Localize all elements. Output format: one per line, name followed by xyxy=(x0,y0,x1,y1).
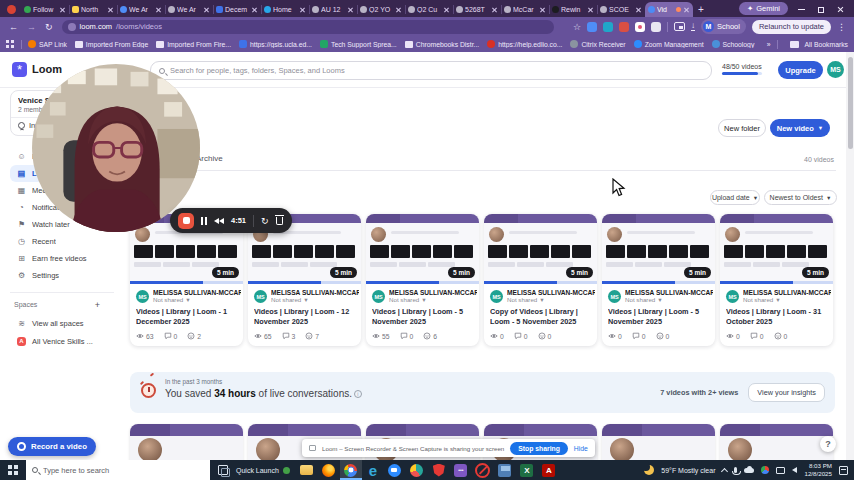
blocked-app-icon[interactable] xyxy=(472,460,494,480)
browser-tab[interactable]: AU 12 xyxy=(309,2,357,17)
video-title[interactable]: Videos | Library | Loom - 31 October 202… xyxy=(726,307,827,327)
relaunch-to-update-button[interactable]: Relaunch to update xyxy=(752,20,831,34)
video-card[interactable]: 5 min MS MELISSA SULLIVAN-MCCART Not sha… xyxy=(720,214,833,346)
browser-tab[interactable]: SCOE xyxy=(597,2,645,17)
minimize-icon[interactable] xyxy=(798,9,805,10)
tab-close-icon[interactable] xyxy=(203,6,210,13)
start-button[interactable] xyxy=(0,460,26,480)
tab-close-icon[interactable] xyxy=(395,6,402,13)
browser-tab[interactable]: Q2 YO xyxy=(357,2,405,17)
help-button[interactable]: ? xyxy=(820,436,836,452)
tab-close-icon[interactable] xyxy=(347,6,354,13)
info-icon[interactable]: i xyxy=(354,390,362,398)
share-status-dropdown[interactable]: Not shared▼ xyxy=(507,296,595,303)
bookmark-item[interactable]: Imported From Edge xyxy=(75,41,148,48)
quick-launch-app-icon[interactable] xyxy=(283,467,290,474)
bookmarks-overflow-icon[interactable]: » xyxy=(767,41,771,48)
tab-close-icon[interactable] xyxy=(299,6,306,13)
sort-by-dropdown[interactable]: Upload date▼ xyxy=(710,190,760,205)
video-thumbnail[interactable]: 5 min xyxy=(602,214,715,284)
task-view-icon[interactable] xyxy=(218,465,228,475)
webcam-bubble[interactable] xyxy=(32,64,200,232)
video-thumbnail[interactable]: 5 min xyxy=(484,214,597,284)
browser-tab[interactable]: We Ar xyxy=(117,2,165,17)
video-card[interactable]: 5 min MS MELISSA SULLIVAN-MCCART Not sha… xyxy=(130,214,243,346)
space-item[interactable]: A All Venice Skills ... xyxy=(10,333,128,349)
microphone-icon[interactable] xyxy=(734,467,737,473)
pinned-tab-favicon[interactable] xyxy=(7,5,16,14)
forward-icon[interactable]: → xyxy=(27,22,36,32)
new-folder-button[interactable]: New folder xyxy=(718,119,766,137)
taskbar-search-input[interactable] xyxy=(43,466,204,475)
sidebar-item[interactable]: ⚙ Settings xyxy=(10,267,122,284)
page-scrollbar[interactable] xyxy=(846,52,854,460)
bookmark-item[interactable]: Chromebooks Distr... xyxy=(405,41,479,48)
gemini-button[interactable]: ✦ Gemini xyxy=(739,2,788,15)
rewind-icon[interactable] xyxy=(214,218,224,224)
share-status-dropdown[interactable]: Not shared▼ xyxy=(153,296,241,303)
browser-tab[interactable]: McCar xyxy=(501,2,549,17)
clipboard-extension-icon[interactable] xyxy=(651,22,661,32)
trash-icon[interactable] xyxy=(276,217,283,225)
browser-tab[interactable]: We Ar xyxy=(165,2,213,17)
site-info-icon[interactable] xyxy=(68,23,76,31)
video-title[interactable]: Videos | Library | Loom - 12 November 20… xyxy=(254,307,355,327)
firefox-icon[interactable] xyxy=(318,460,340,480)
dot-extension-icon[interactable] xyxy=(635,22,645,32)
share-status-dropdown[interactable]: Not shared▼ xyxy=(743,296,831,303)
search-bar[interactable] xyxy=(150,61,712,80)
bookmark-item[interactable]: Citrix Receiver xyxy=(570,40,625,48)
chrome-icon[interactable] xyxy=(340,460,362,480)
tab-close-icon[interactable] xyxy=(443,6,450,13)
window-app-icon[interactable] xyxy=(494,460,516,480)
browser-tab[interactable]: Follow xyxy=(21,2,69,17)
user-avatar[interactable]: MS xyxy=(827,61,844,78)
view-all-spaces[interactable]: ≋ View all spaces xyxy=(10,315,128,331)
share-status-dropdown[interactable]: Not shared▼ xyxy=(625,296,713,303)
view-insights-button[interactable]: View your insights xyxy=(748,383,825,402)
video-title[interactable]: Videos | Library | Loom - 5 November 202… xyxy=(608,307,709,327)
purple-app-icon[interactable] xyxy=(450,460,472,480)
browser-tab[interactable]: Q2 Cu xyxy=(405,2,453,17)
tab-close-icon[interactable] xyxy=(59,6,66,13)
bookmark-item[interactable]: https://gsis.ucla.ed... xyxy=(239,40,312,48)
browser-tab[interactable]: Decem xyxy=(213,2,261,17)
tab-close-icon[interactable] xyxy=(635,6,642,13)
sort-order-dropdown[interactable]: Newest to Oldest▼ xyxy=(764,190,837,205)
address-bar[interactable]: loom.com/looms/videos xyxy=(62,20,554,34)
tab-capture-icon[interactable] xyxy=(674,22,685,31)
add-space-button[interactable]: + xyxy=(95,301,100,309)
upgrade-button[interactable]: Upgrade xyxy=(778,61,823,79)
video-thumbnail[interactable] xyxy=(602,424,715,460)
taskbar-search[interactable] xyxy=(26,460,210,480)
file-explorer-icon[interactable] xyxy=(296,460,318,480)
loom-logo-icon[interactable]: * xyxy=(12,62,27,77)
record-a-video-button[interactable]: Record a video xyxy=(8,437,96,456)
video-title[interactable]: Videos | Library | Loom - 5 November 202… xyxy=(372,307,473,327)
weather-text[interactable]: 59°F Mostly clear xyxy=(661,467,715,474)
browser-tab[interactable]: North xyxy=(69,2,117,17)
video-thumbnail[interactable] xyxy=(720,424,833,460)
bookmark-item[interactable]: Tech Support Sprea... xyxy=(320,40,397,48)
hide-share-bar-button[interactable]: Hide xyxy=(574,445,588,452)
onedrive-icon[interactable] xyxy=(744,468,754,473)
action-center-icon[interactable] xyxy=(839,466,848,475)
new-tab-button[interactable]: + xyxy=(693,2,709,17)
back-icon[interactable]: ← xyxy=(9,22,18,32)
all-bookmarks-button[interactable]: All Bookmarks xyxy=(805,41,848,48)
search-input[interactable] xyxy=(170,66,703,75)
new-video-button[interactable]: New video▼ xyxy=(770,119,830,137)
display-icon[interactable] xyxy=(776,467,785,474)
arrow-extension-icon[interactable] xyxy=(603,22,613,32)
red-extension-icon[interactable] xyxy=(619,22,629,32)
chrome-menu-icon[interactable]: ⋮ xyxy=(837,22,846,32)
video-title[interactable]: Videos | Library | Loom - 1 December 202… xyxy=(136,307,237,327)
quick-launch-label[interactable]: Quick Launch xyxy=(236,467,279,474)
video-card[interactable]: 5 min MS MELISSA SULLIVAN-MCCART Not sha… xyxy=(248,214,361,346)
edge-icon[interactable] xyxy=(362,460,384,480)
restart-recording-icon[interactable]: ↻ xyxy=(261,216,269,226)
stop-recording-button[interactable] xyxy=(178,213,194,229)
doc-extension-icon[interactable] xyxy=(587,22,597,32)
share-status-dropdown[interactable]: Not shared▼ xyxy=(389,296,477,303)
apps-grid-icon[interactable] xyxy=(6,40,15,49)
